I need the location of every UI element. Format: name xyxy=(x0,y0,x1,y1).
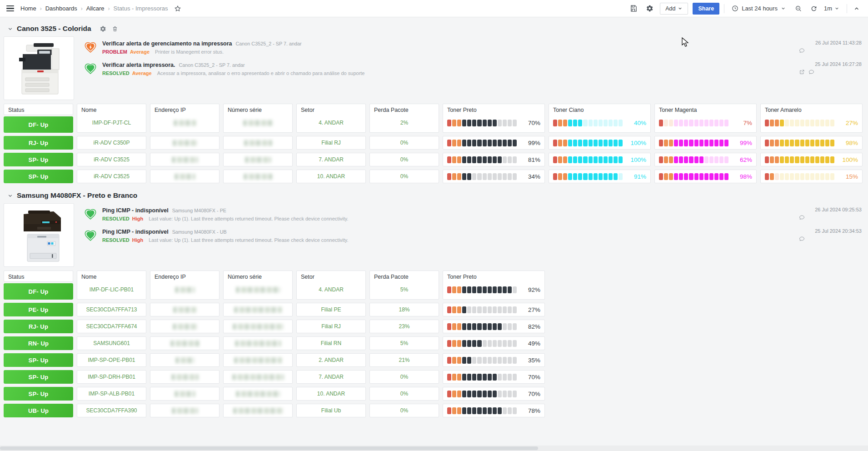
toner-percent-value: 62% xyxy=(731,156,752,163)
printer-status-up-button[interactable]: SP- Up xyxy=(4,353,73,367)
printer-status-up-button[interactable]: RN- Up xyxy=(4,336,73,350)
add-panel-button[interactable]: Add xyxy=(660,3,688,15)
gauge-cell xyxy=(775,140,779,146)
redacted-value xyxy=(175,391,195,397)
section-settings-gear-icon[interactable] xyxy=(100,25,106,32)
toner-percent-value: 40% xyxy=(625,120,646,126)
gauge-cell xyxy=(452,374,456,381)
printer-status-up-button[interactable]: DF- Up xyxy=(4,283,73,300)
breadcrumb-home[interactable]: Home xyxy=(20,5,36,12)
cell-value-area xyxy=(224,136,292,149)
gauge-cell xyxy=(553,140,557,146)
gauge-cell xyxy=(684,173,688,180)
section-delete-trash-icon[interactable] xyxy=(112,25,118,32)
cell-value-area: iR-ADV C3525 xyxy=(77,170,146,183)
time-range-picker[interactable]: Last 24 hours xyxy=(729,3,788,14)
gauge-cells xyxy=(447,340,517,347)
printer-status-up-button[interactable]: PE- Up xyxy=(4,303,73,316)
gauge-cell xyxy=(594,140,598,146)
alert-title[interactable]: Ping ICMP - indisponível xyxy=(102,229,169,235)
menu-toggle-icon[interactable] xyxy=(6,5,14,11)
table-cell-panel xyxy=(150,320,219,333)
horizontal-scrollbar[interactable] xyxy=(0,446,868,451)
printer-status-up-button[interactable]: DF- Up xyxy=(4,116,73,133)
printer-status-up-button[interactable]: SP- Up xyxy=(4,387,73,401)
toner-percent-value: 98% xyxy=(837,140,858,146)
refresh-interval-picker[interactable]: 1m xyxy=(824,3,842,14)
table-cell-panel: 2. ANDAR xyxy=(296,353,366,367)
cell-value: 18% xyxy=(399,306,409,313)
alert-list-panel: Verificar alerta de gerenciamento na imp… xyxy=(84,36,864,100)
gauge-cell xyxy=(780,156,784,163)
gauge-cell xyxy=(483,323,487,330)
first-row-value: 70% xyxy=(443,113,544,132)
zoom-out-time-icon[interactable] xyxy=(793,3,804,14)
collapse-toolbar-chevron-up-icon[interactable] xyxy=(852,4,862,14)
comment-icon[interactable] xyxy=(799,48,805,54)
gauge-cell xyxy=(467,286,471,293)
section-title[interactable]: Samsung M4080FX - Preto e Branco xyxy=(17,191,137,200)
table-cell-panel: 7. ANDAR xyxy=(296,370,366,384)
comment-icon[interactable] xyxy=(799,215,805,220)
alert-status-label: PROBLEM xyxy=(102,49,127,55)
gauge-cell xyxy=(503,286,507,293)
gauge-cell xyxy=(770,140,774,146)
printer-status-up-button[interactable]: SP- Up xyxy=(4,170,73,183)
column-header-panel: Status xyxy=(4,104,73,115)
cell-value: IMP-DF-PJT-CL xyxy=(92,120,131,126)
gauge-cell xyxy=(714,173,718,180)
cell-value-area: SEC30CDA7FFA713 xyxy=(77,303,146,316)
breadcrumb-allcare[interactable]: Allcare xyxy=(86,5,105,12)
breadcrumb-dashboards[interactable]: Dashboards xyxy=(45,5,77,12)
alert-timestamp: 25 Jul 2024 20:34:53 xyxy=(796,228,862,234)
gauge-cells xyxy=(447,357,517,364)
comment-icon[interactable] xyxy=(808,69,814,75)
gauge-cell xyxy=(498,156,502,163)
toner-percent-value: 100% xyxy=(837,156,858,163)
favorite-star-icon[interactable] xyxy=(174,5,181,12)
cell-value-area xyxy=(224,354,292,366)
section-collapse-chevron-icon[interactable] xyxy=(7,26,13,32)
gauge-cell xyxy=(573,173,577,180)
refresh-icon[interactable] xyxy=(808,3,819,14)
gauge-cell xyxy=(462,173,466,180)
gauge-cell xyxy=(498,306,502,313)
cell-value-area: 0% xyxy=(370,153,439,166)
gauge-cell xyxy=(578,156,582,163)
printer-status-up-button[interactable]: RJ- Up xyxy=(4,136,73,150)
gauge-cell xyxy=(795,120,799,126)
gauge-cell xyxy=(604,120,608,126)
gauge-cell xyxy=(488,306,492,313)
cell-value-area xyxy=(224,387,292,400)
external-link-icon[interactable] xyxy=(799,69,805,75)
gauge-cell xyxy=(483,286,487,293)
printer-status-up-button[interactable]: UB- Up xyxy=(4,404,73,417)
table-cell-panel xyxy=(223,370,293,384)
gauge-cell xyxy=(493,140,497,146)
cell-value: IMP-SP-DRH-PB01 xyxy=(88,374,135,380)
dashboard-settings-gear-icon[interactable] xyxy=(644,3,655,14)
cell-value-area: 10. ANDAR xyxy=(297,387,365,400)
section-collapse-chevron-icon[interactable] xyxy=(7,193,13,199)
toner-percent-value: 100% xyxy=(625,156,646,163)
printer-status-up-button[interactable]: RJ- Up xyxy=(4,320,73,333)
gauge-cell xyxy=(483,120,487,126)
comment-icon[interactable] xyxy=(799,236,805,242)
gauge-cell xyxy=(452,340,456,347)
gauge-cell xyxy=(790,156,794,163)
gauge-cell xyxy=(689,156,693,163)
section-title[interactable]: Canon 3525 - Colorida xyxy=(17,25,91,33)
alert-title[interactable]: Ping ICMP - indisponível xyxy=(102,207,169,214)
gauge-cells xyxy=(447,173,517,180)
cell-value: 5% xyxy=(400,340,408,346)
share-button[interactable]: Share xyxy=(693,3,719,15)
toner-gauge: 7% xyxy=(655,120,756,126)
gauge-cell xyxy=(614,156,618,163)
alert-title[interactable]: Verificar alerta de gerenciamento na imp… xyxy=(102,40,232,47)
save-dashboard-icon[interactable] xyxy=(628,3,639,14)
printer-status-up-button[interactable]: SP- Up xyxy=(4,153,73,166)
alert-title[interactable]: Verificar alerta impressora. xyxy=(102,62,175,68)
printer-status-up-button[interactable]: SP- Up xyxy=(4,370,73,384)
redacted-value xyxy=(174,120,196,126)
gauge-cell xyxy=(493,374,497,381)
